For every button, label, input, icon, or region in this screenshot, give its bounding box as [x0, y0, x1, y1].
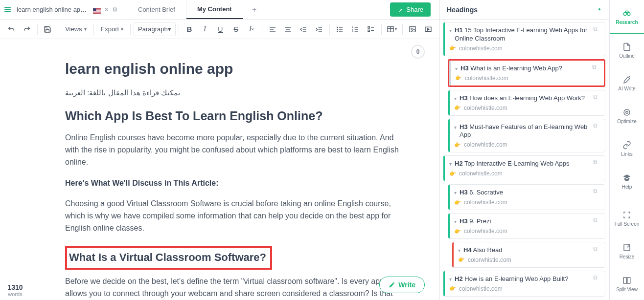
headings-panel-header[interactable]: Headings: [440, 0, 609, 20]
copy-icon[interactable]: ⧉: [593, 122, 602, 131]
align-center-button[interactable]: [280, 21, 295, 37]
write-button[interactable]: Write: [379, 277, 425, 293]
pen-icon: [389, 281, 395, 288]
target-icon: [622, 108, 631, 117]
clear-format-button[interactable]: I×: [244, 21, 259, 37]
underline-button[interactable]: U: [213, 21, 228, 37]
heading-item[interactable]: ⧉▾H3 9. Prezi👉colorwhistle.com: [448, 213, 605, 239]
indent-button[interactable]: [312, 21, 326, 37]
table-button[interactable]: ▾: [385, 21, 399, 37]
paragraph-2[interactable]: Choosing a good Virtual Classroom Softwa…: [65, 198, 404, 234]
copy-icon[interactable]: ⧉: [592, 64, 601, 72]
outdent-button[interactable]: [296, 21, 311, 37]
content-score-badge[interactable]: 0: [411, 45, 425, 59]
menu-button[interactable]: [0, 0, 15, 19]
chevron-down-icon[interactable]: ▾: [454, 217, 457, 224]
svg-rect-9: [93, 13, 101, 13]
rail-full-screen[interactable]: Full Screen: [610, 202, 644, 235]
chevron-down-icon[interactable]: ▾: [455, 64, 458, 71]
word-count: 1310 words: [0, 280, 30, 300]
copy-icon[interactable]: ⧉: [593, 159, 602, 168]
top-tab-bar: learn english online app,best ... ✕ ⚙ Co…: [0, 0, 439, 20]
tab-my-content[interactable]: My Content: [186, 0, 243, 19]
rail-help[interactable]: Help: [610, 165, 644, 197]
heading-item[interactable]: ⧉▾H1 15 Top Interactive E-Learning Web A…: [443, 22, 605, 56]
article-h1[interactable]: learn english online app: [65, 61, 404, 77]
tab-content-brief[interactable]: Content Brief: [127, 0, 186, 19]
strike-button[interactable]: S: [229, 21, 243, 37]
heading-item[interactable]: ⧉▾H3 What is an E-learning Web App?👉colo…: [448, 59, 605, 87]
italic-button[interactable]: I: [198, 21, 212, 37]
close-tab-icon[interactable]: ✕: [104, 6, 109, 13]
document-tab[interactable]: learn english online app,best ... ✕ ⚙: [15, 0, 127, 19]
svg-rect-8: [93, 12, 101, 13]
svg-rect-7: [93, 11, 101, 12]
share-button[interactable]: Share: [390, 2, 431, 17]
copy-icon[interactable]: ⧉: [593, 274, 602, 283]
save-button[interactable]: [40, 21, 55, 37]
rail-ai-write[interactable]: AI Write: [610, 66, 644, 99]
bold-button[interactable]: B: [182, 21, 197, 37]
video-button[interactable]: [421, 21, 436, 37]
heading-item[interactable]: ⧉▾H3 Must-have Features of an E-learning…: [448, 119, 605, 153]
favicon-icon: 👉: [449, 45, 456, 51]
arabic-link[interactable]: العربية: [65, 88, 85, 97]
undo-button[interactable]: [4, 21, 19, 37]
svg-marker-45: [428, 28, 429, 30]
article-h2[interactable]: Which App Is Best To Learn English Onlin…: [65, 109, 404, 123]
copy-icon[interactable]: ⧉: [593, 188, 602, 196]
copy-icon[interactable]: ⧉: [593, 93, 602, 102]
chevron-down-icon[interactable]: ▾: [449, 275, 452, 282]
wand-icon: [622, 75, 631, 84]
right-rail: Research Outline AI Write Optimize Links…: [609, 0, 644, 300]
binoculars-icon: [622, 9, 631, 18]
chevron-down-icon[interactable]: ▾: [454, 94, 457, 101]
align-left-button[interactable]: [265, 21, 280, 37]
favicon-icon: 👉: [454, 142, 461, 148]
split-icon: [622, 276, 631, 285]
copy-icon[interactable]: ⧉: [593, 216, 602, 225]
rail-split-view[interactable]: Split View: [610, 267, 644, 300]
chevron-down-icon[interactable]: ▾: [454, 123, 457, 130]
redo-button[interactable]: [20, 21, 34, 37]
checklist-button[interactable]: [364, 21, 378, 37]
chevron-down-icon[interactable]: ▾: [458, 246, 460, 253]
heading-item[interactable]: ⧉▾H2 How is an E-learning Web App Built?…: [443, 271, 605, 297]
rail-research[interactable]: Research: [610, 0, 644, 34]
source-domain: colorwhistle.com: [459, 285, 503, 292]
rail-links[interactable]: Links: [610, 132, 644, 165]
source-domain: colorwhistle.com: [464, 141, 507, 148]
bullet-list-button[interactable]: [333, 21, 347, 37]
views-dropdown[interactable]: Views▾: [61, 21, 90, 37]
chevron-down-icon[interactable]: ▾: [449, 26, 452, 33]
number-list-button[interactable]: 123: [348, 21, 363, 37]
paragraph-1[interactable]: Online English courses have become more …: [65, 132, 404, 168]
editor-area[interactable]: 0 learn english online app يمكنك قراءة ه…: [0, 39, 439, 300]
bold-subheading[interactable]: Here's What We'll Discuss in This Articl…: [65, 177, 404, 190]
paragraph-style-select[interactable]: Paragraph▾: [134, 22, 176, 36]
article-h3[interactable]: What Is a Virtual Classroom Software?: [68, 249, 267, 266]
resize-icon: [622, 243, 631, 252]
heading-item[interactable]: ⧉▾H3 How does an E-learning Web App Work…: [448, 90, 605, 116]
chevron-down-icon[interactable]: ▾: [454, 189, 457, 195]
add-tab-button[interactable]: +: [243, 0, 266, 19]
source-domain: colorwhistle.com: [464, 228, 507, 235]
chevron-down-icon[interactable]: ▾: [449, 160, 452, 167]
sort-icon[interactable]: [597, 5, 602, 14]
copy-icon[interactable]: ⧉: [593, 245, 602, 254]
flag-icon: [93, 7, 101, 12]
rail-outline[interactable]: Outline: [610, 34, 644, 66]
heading-item[interactable]: ⧉▾H3 6. Socrative👉colorwhistle.com: [448, 184, 605, 210]
export-dropdown[interactable]: Export▾: [97, 21, 128, 37]
highlighted-h3-box: What Is a Virtual Classroom Software?: [65, 246, 272, 270]
rail-resize[interactable]: Resize: [610, 235, 644, 267]
rail-optimize[interactable]: Optimize: [610, 99, 644, 132]
svg-rect-10: [93, 8, 96, 11]
copy-icon[interactable]: ⧉: [593, 25, 602, 34]
heading-item[interactable]: ⧉▾H4 Also Read👉colorwhistle.com: [452, 242, 605, 268]
image-button[interactable]: [405, 21, 420, 37]
arabic-line[interactable]: يمكنك قراءة هذا المقال باللغة: العربية: [65, 87, 404, 98]
paragraph-3[interactable]: Before we decide on the best, let's defi…: [65, 276, 404, 300]
settings-icon[interactable]: ⚙: [112, 6, 118, 13]
heading-item[interactable]: ⧉▾H2 Top Interactive E-Learning Web Apps…: [443, 155, 605, 181]
